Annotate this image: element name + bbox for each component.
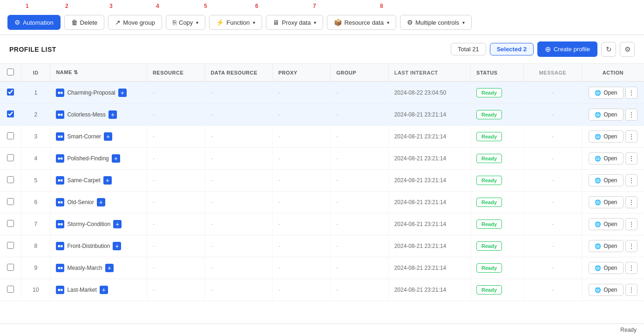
row-proxy: - (272, 148, 331, 170)
add-resource-icon[interactable]: + (97, 198, 105, 206)
table-row: 3 ■■ Smart-Corner + - - - - 2024-08-21 2… (0, 126, 644, 148)
row-checkbox-7[interactable] (7, 220, 14, 227)
row-checkbox-cell[interactable] (0, 148, 21, 170)
open-button-1[interactable]: 🌐 Open (589, 87, 623, 99)
open-button-10[interactable]: 🌐 Open (589, 284, 623, 296)
open-button-7[interactable]: 🌐 Open (589, 218, 623, 230)
add-resource-icon[interactable]: + (118, 89, 127, 97)
row-last-interact: 2024-08-21 23:21:14 (388, 257, 470, 279)
row-checkbox-5[interactable] (7, 176, 14, 183)
profile-table: ID NAME ⇅ RESOURCE DATA RESOURCE PROXY G… (0, 64, 644, 301)
row-checkbox-1[interactable] (7, 89, 14, 96)
header-resource: RESOURCE (147, 64, 205, 82)
status-bar: Ready (0, 323, 644, 334)
more-button-6[interactable]: ⋮ (625, 196, 637, 208)
row-checkbox-cell[interactable] (0, 170, 21, 192)
header-message: MESSAGE (524, 64, 582, 82)
add-resource-icon[interactable]: + (105, 264, 114, 272)
header-name[interactable]: NAME ⇅ (50, 64, 147, 82)
row-action: 🌐 Open ⋮ (582, 170, 644, 192)
row-checkbox-cell[interactable] (0, 192, 21, 213)
copy-button[interactable]: ⎘ Copy ▾ (166, 15, 205, 30)
settings-icon: ⚙ (624, 45, 630, 54)
more-button-7[interactable]: ⋮ (625, 218, 637, 230)
select-all-checkbox[interactable] (7, 69, 14, 75)
automation-label: Automation (23, 19, 54, 26)
open-button-9[interactable]: 🌐 Open (589, 262, 623, 274)
add-resource-icon[interactable]: + (113, 242, 121, 250)
row-id: 8 (21, 235, 50, 257)
row-checkbox-3[interactable] (7, 132, 14, 139)
open-label: Open (603, 243, 617, 249)
more-button-4[interactable]: ⋮ (625, 152, 637, 165)
header-proxy: PROXY (272, 64, 331, 82)
multiple-controls-chevron-icon: ▾ (462, 20, 465, 25)
function-button[interactable]: ⚡ Function ▾ (209, 15, 262, 30)
more-button-1[interactable]: ⋮ (625, 87, 637, 99)
row-checkbox-cell[interactable] (0, 82, 21, 104)
more-button-2[interactable]: ⋮ (625, 109, 637, 121)
add-resource-icon[interactable]: + (108, 110, 117, 119)
add-resource-icon[interactable]: + (104, 132, 112, 141)
row-checkbox-cell[interactable] (0, 257, 21, 279)
add-resource-icon[interactable]: + (112, 154, 120, 163)
row-status: Ready (471, 192, 524, 213)
open-button-3[interactable]: 🌐 Open (589, 130, 623, 143)
row-checkbox-8[interactable] (7, 242, 14, 249)
table-row: 4 ■■ Polished-Finding + - - - - 2024-08-… (0, 148, 644, 170)
row-checkbox-10[interactable] (7, 286, 14, 293)
open-button-2[interactable]: 🌐 Open (589, 109, 623, 121)
profile-list-title: PROFILE LIST (9, 46, 56, 53)
row-message: - (524, 104, 582, 126)
row-checkbox-cell[interactable] (0, 279, 21, 301)
more-button-10[interactable]: ⋮ (625, 284, 637, 296)
row-status: Ready (471, 257, 524, 279)
create-profile-plus-icon: ⊕ (545, 45, 551, 54)
open-button-6[interactable]: 🌐 Open (589, 196, 623, 208)
profile-icon: ■■ (56, 132, 64, 141)
open-label: Open (603, 89, 617, 96)
automation-button[interactable]: ⚙ Automation (7, 15, 61, 30)
open-button-8[interactable]: 🌐 Open (589, 240, 623, 252)
add-resource-icon[interactable]: + (103, 176, 112, 185)
multiple-controls-button[interactable]: ⚙ Multiple controls ▾ (400, 15, 472, 30)
row-data-resource: - (205, 170, 272, 192)
open-button-4[interactable]: 🌐 Open (589, 152, 623, 165)
row-name: ■■ Measly-March + (50, 257, 147, 279)
row-last-interact: 2024-08-22 23:04:50 (388, 82, 470, 104)
open-globe-icon: 🌐 (595, 243, 601, 249)
resource-data-button[interactable]: 📦 Resource data ▾ (327, 15, 396, 30)
row-checkbox-6[interactable] (7, 198, 14, 205)
header-checkbox-col[interactable] (0, 64, 21, 82)
function-label: Function (226, 19, 250, 26)
row-id: 4 (21, 148, 50, 170)
row-checkbox-cell[interactable] (0, 213, 21, 235)
resource-data-chevron-icon: ▾ (387, 20, 389, 25)
status-badge: Ready (476, 110, 502, 119)
row-checkbox-2[interactable] (7, 110, 14, 117)
move-group-button[interactable]: ↗ Move group (108, 15, 162, 30)
resource-data-label: Resource data (344, 19, 384, 26)
create-profile-button[interactable]: ⊕ Create profile (537, 41, 597, 57)
open-button-5[interactable]: 🌐 Open (589, 174, 623, 186)
more-button-8[interactable]: ⋮ (625, 240, 637, 252)
refresh-button[interactable]: ↻ (601, 42, 616, 57)
settings-button[interactable]: ⚙ (620, 42, 635, 57)
row-checkbox-cell[interactable] (0, 126, 21, 148)
add-resource-icon[interactable]: + (100, 286, 108, 294)
more-button-5[interactable]: ⋮ (625, 174, 637, 186)
row-checkbox-9[interactable] (7, 264, 14, 271)
toolbar: ⚙ Automation 🗑 Delete ↗ Move group ⎘ Cop… (0, 10, 644, 35)
proxy-data-button[interactable]: 🖥 Proxy data ▾ (266, 15, 323, 30)
delete-button[interactable]: 🗑 Delete (64, 15, 105, 30)
more-button-9[interactable]: ⋮ (625, 262, 637, 274)
add-resource-icon[interactable]: + (113, 220, 122, 228)
row-checkbox-cell[interactable] (0, 104, 21, 126)
row-message: - (524, 235, 582, 257)
row-resource: - (147, 170, 205, 192)
row-checkbox-cell[interactable] (0, 235, 21, 257)
row-group: - (331, 279, 389, 301)
more-button-3[interactable]: ⋮ (625, 130, 637, 143)
row-group: - (331, 170, 389, 192)
row-checkbox-4[interactable] (7, 154, 14, 161)
